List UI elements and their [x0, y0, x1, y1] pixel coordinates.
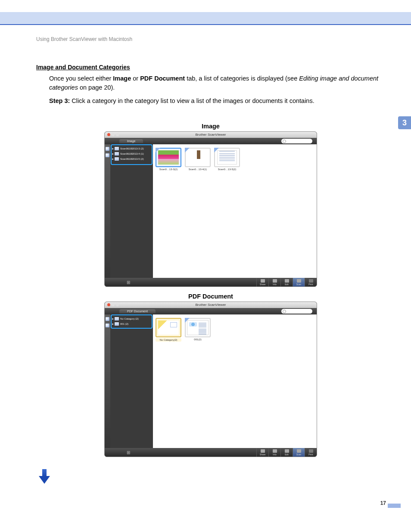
- edit-icon: [285, 449, 289, 453]
- text-bold: Image: [113, 75, 131, 82]
- tool-label: Edit: [285, 283, 289, 286]
- app-window-pdf: Brother ScanViewer PDF Document No Categ…: [104, 302, 317, 457]
- sidebar-item[interactable]: 001 (2): [110, 321, 153, 327]
- sidebar: Scan06182013-3 (2) Scan06182013-4 (1) Sc…: [110, 144, 153, 278]
- sidebar-item-label: 001 (2): [120, 323, 128, 325]
- close-icon[interactable]: [107, 133, 110, 136]
- edit-button[interactable]: Edit: [280, 278, 293, 286]
- tab-pdf-document[interactable]: PDF Document: [119, 309, 156, 313]
- folder-icon: [115, 152, 119, 156]
- tool-label: Print: [308, 283, 313, 286]
- scan-button[interactable]: Scan: [293, 278, 305, 286]
- tab-image[interactable]: Image: [119, 139, 143, 143]
- bullet-icon: [112, 159, 113, 160]
- thumbnail-label: Scan0…13-5(2): [214, 168, 240, 171]
- window-titlebar: Brother ScanViewer: [105, 132, 317, 138]
- share-icon: [261, 449, 265, 453]
- print-button[interactable]: Print: [305, 448, 317, 457]
- text-bold: Step 3:: [49, 97, 70, 104]
- sidebar: No Category (2) 001 (2): [110, 314, 153, 448]
- folder-icon: [115, 322, 119, 326]
- tool-label: Scan: [296, 453, 301, 456]
- info-button[interactable]: Info: [268, 448, 280, 457]
- sidebar-rail: [105, 314, 110, 448]
- traffic-lights: [107, 303, 119, 306]
- info-icon: [273, 449, 277, 453]
- edit-icon: [285, 279, 289, 283]
- breadcrumb: Using Brother ScanViewer with Macintosh: [36, 36, 385, 42]
- thumbnail-area: Scan0…13-3(2) Scan0…13-4(1) Scan0…13-5(2…: [153, 144, 317, 278]
- minimize-icon[interactable]: [112, 303, 115, 306]
- sidebar-item[interactable]: No Category (2): [110, 316, 153, 321]
- search-input[interactable]: [281, 309, 312, 314]
- thumbnail[interactable]: Scan0…13-3(2): [156, 148, 181, 171]
- bullet-icon: [112, 318, 113, 320]
- window-title: Brother ScanViewer: [196, 133, 226, 137]
- text: Click a category in the category list to…: [70, 97, 314, 104]
- figure-label-image: Image: [36, 123, 385, 130]
- share-button[interactable]: Share: [256, 278, 268, 286]
- sidebar-item[interactable]: Scan06182013-5 (2): [110, 156, 153, 162]
- info-button[interactable]: Info: [268, 278, 280, 286]
- paragraph-1: Once you select either Image or PDF Docu…: [49, 74, 385, 92]
- info-icon: [273, 279, 277, 283]
- bullet-icon: [112, 148, 113, 149]
- thumbnail-area: No Category(2) 001(2): [153, 314, 317, 448]
- folder-icon: [115, 317, 119, 320]
- maximize-icon[interactable]: [116, 133, 119, 136]
- scan-button[interactable]: Scan: [293, 448, 305, 457]
- rail-icon[interactable]: [106, 317, 109, 321]
- tool-label: Edit: [285, 453, 289, 456]
- search-input[interactable]: [281, 139, 312, 143]
- print-button[interactable]: Print: [305, 278, 317, 286]
- close-icon[interactable]: [107, 303, 110, 306]
- add-button[interactable]: ⊞: [125, 280, 132, 285]
- rail-icon[interactable]: [106, 324, 109, 327]
- thumbnail[interactable]: 001(2): [185, 318, 211, 341]
- sidebar-item[interactable]: Scan06182013-4 (1): [110, 151, 153, 156]
- traffic-lights: [107, 133, 119, 136]
- thumbnail[interactable]: Scan0…13-4(1): [185, 148, 211, 171]
- tab-strip: Image: [105, 138, 317, 144]
- minimize-icon[interactable]: [112, 133, 115, 136]
- window-titlebar: Brother ScanViewer: [105, 302, 317, 308]
- page-number: 17: [380, 500, 386, 506]
- folder-icon: [115, 157, 119, 161]
- bullet-icon: [112, 324, 113, 325]
- paragraph-2: Step 3: Click a category in the category…: [49, 96, 385, 106]
- text: Once you select either: [49, 75, 113, 82]
- figure-label-pdf: PDF Document: [36, 293, 385, 300]
- thumbnail-label: Scan0…13-4(1): [185, 168, 211, 171]
- tool-label: Share: [260, 453, 265, 456]
- maximize-icon[interactable]: [116, 303, 119, 306]
- thumbnail-image: [218, 151, 237, 164]
- thumbnail[interactable]: No Category(2): [156, 318, 181, 342]
- thumbnail[interactable]: Scan0…13-5(2): [214, 148, 240, 171]
- sidebar-rail: [105, 144, 110, 278]
- text-bold: PDF Document: [140, 75, 185, 82]
- rail-icon[interactable]: [106, 153, 109, 157]
- folder-icon: [115, 147, 119, 150]
- edit-button[interactable]: Edit: [280, 448, 293, 457]
- tool-label: Print: [308, 453, 313, 456]
- app-footer: ⊞ Share Info Edit Scan Print: [105, 278, 317, 286]
- sidebar-item[interactable]: Scan06182013-3 (2): [110, 146, 153, 151]
- sidebar-item-label: Scan06182013-4 (1): [120, 152, 144, 155]
- thumbnail-image: [158, 150, 179, 165]
- tab-strip: PDF Document: [105, 308, 317, 314]
- flag-icon: [185, 148, 190, 152]
- share-icon: [261, 279, 265, 283]
- scan-icon: [297, 449, 301, 453]
- text: on page 20).: [78, 84, 115, 91]
- sidebar-item-label: Scan06182013-3 (2): [120, 147, 144, 150]
- rail-icon[interactable]: [106, 147, 109, 151]
- thumbnail-image: [158, 320, 179, 335]
- down-arrow-icon: [39, 469, 50, 485]
- add-button[interactable]: ⊞: [125, 450, 132, 455]
- print-icon: [309, 449, 313, 453]
- text: tab, a list of categories is displayed (…: [185, 75, 299, 82]
- text: or: [131, 75, 140, 82]
- window-title: Brother ScanViewer: [196, 303, 226, 307]
- thumbnail-label: No Category(2): [156, 338, 181, 342]
- share-button[interactable]: Share: [256, 448, 268, 457]
